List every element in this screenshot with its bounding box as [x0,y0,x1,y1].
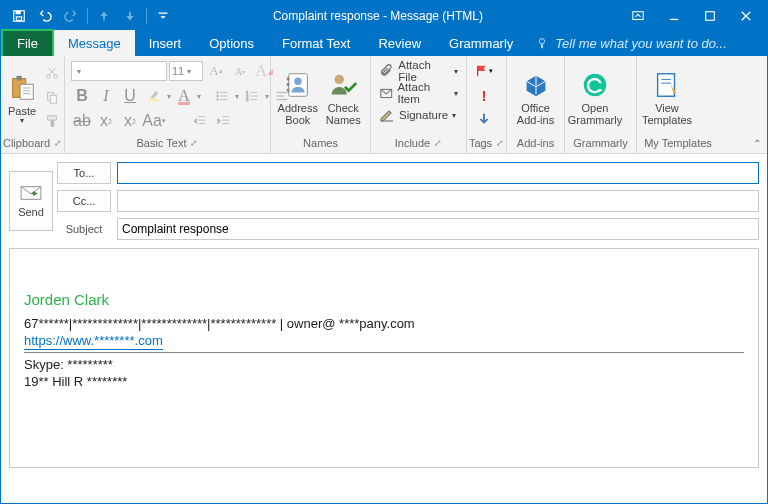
tags-dialog-icon[interactable]: ⤢ [496,138,504,148]
high-importance-icon[interactable]: ! [473,84,495,106]
group-tags: ▾ ! Tags⤢ [467,56,507,153]
svg-rect-1 [16,10,21,14]
decrease-indent-icon[interactable] [189,110,211,132]
svg-line-20 [49,68,55,75]
svg-point-30 [217,99,219,101]
svg-point-26 [217,92,219,94]
check-names-button[interactable]: Check Names [323,60,365,126]
font-name-select[interactable]: ▾ [71,61,167,81]
follow-up-flag-icon[interactable]: ▾ [473,60,495,82]
group-clipboard: Paste ▾ Clipboard⤢ [1,56,65,153]
signature-contact-line: 67******|*************|*************|***… [24,316,744,331]
group-include: Attach File▾ Attach Item▾ Signature▾ Inc… [371,56,467,153]
quick-access-toolbar [1,4,175,28]
minimize-icon[interactable] [657,4,691,28]
svg-rect-22 [50,95,56,103]
open-grammarly-button[interactable]: Open Grammarly [571,60,619,126]
prev-item-icon[interactable] [92,4,116,28]
subject-label: Subject [57,223,111,235]
tell-me-search[interactable]: Tell me what you want to do... [527,30,767,56]
underline-icon[interactable]: U [119,85,141,107]
envelope-header: Send To... Cc... Subject [1,154,767,240]
office-addins-button[interactable]: Office Add-ins [513,60,558,126]
tell-me-placeholder: Tell me what you want to do... [555,36,727,51]
collapse-ribbon-icon[interactable]: ⌃ [753,138,761,149]
svg-point-17 [47,75,51,79]
superscript-icon[interactable]: x2 [119,110,141,132]
svg-rect-24 [51,120,54,126]
case-icon[interactable]: Aa▾ [143,110,165,132]
save-icon[interactable] [7,4,31,28]
subject-field[interactable] [117,218,759,240]
ribbon-tabs: File Message Insert Options Format Text … [1,30,767,56]
message-body[interactable]: Jorden Clark 67******|*************|****… [9,248,759,468]
svg-rect-12 [16,76,22,81]
cut-icon [41,62,63,84]
group-addins: Office Add-ins Add-ins [507,56,565,153]
bullets-icon[interactable] [211,85,233,107]
basictext-dialog-icon[interactable]: ⤢ [190,138,198,148]
subscript-icon[interactable]: x2 [95,110,117,132]
to-field[interactable] [117,162,759,184]
svg-rect-56 [658,74,675,97]
svg-rect-13 [20,84,33,99]
svg-point-48 [294,77,302,85]
signature-skype: Skype: ********* [24,357,744,372]
clipboard-dialog-icon[interactable]: ⤢ [54,138,62,148]
align-left-icon[interactable] [271,85,293,107]
numbering-icon[interactable]: 123 [241,85,263,107]
ribbon: Paste ▾ Clipboard⤢ ▾ 11▾ A▴ A▾ A◢ B I [1,56,767,154]
group-mytemplates: View Templates My Templates [637,56,719,153]
tab-grammarly[interactable]: Grammarly [435,30,527,56]
send-button[interactable]: Send [9,171,53,231]
signature-divider [24,352,744,353]
shrink-font-icon[interactable]: A▾ [229,60,251,82]
group-grammarly: Open Grammarly Grammarly [565,56,637,153]
font-size-select[interactable]: 11▾ [169,61,203,81]
svg-rect-49 [287,77,290,80]
tab-message[interactable]: Message [54,30,135,56]
tab-insert[interactable]: Insert [135,30,196,56]
highlight-icon[interactable] [143,85,165,107]
tab-format-text[interactable]: Format Text [268,30,364,56]
svg-point-52 [335,75,344,84]
italic-icon[interactable]: I [95,85,117,107]
maximize-icon[interactable] [693,4,727,28]
cc-field[interactable] [117,190,759,212]
view-templates-button[interactable]: View Templates [643,60,691,126]
grow-font-icon[interactable]: A▴ [205,60,227,82]
svg-rect-25 [149,99,160,102]
ribbon-display-icon[interactable] [621,4,655,28]
to-button[interactable]: To... [57,162,111,184]
format-painter-icon [41,110,63,132]
svg-rect-4 [633,11,643,19]
group-basic-text: ▾ 11▾ A▴ A▾ A◢ B I U ▾ A ▾ ▾ 123 ▾ [65,56,271,153]
bold-icon[interactable]: B [71,85,93,107]
include-dialog-icon[interactable]: ⤢ [434,138,442,148]
font-color-icon[interactable]: A [173,85,195,107]
attach-item-button[interactable]: Attach Item▾ [377,82,460,104]
low-importance-icon[interactable] [473,108,495,130]
svg-text:3: 3 [246,97,249,102]
undo-icon[interactable] [33,4,57,28]
redo-icon[interactable] [59,4,83,28]
cc-button[interactable]: Cc... [57,190,111,212]
strike-icon[interactable]: ab [71,110,93,132]
svg-rect-2 [16,16,21,20]
svg-point-18 [54,75,58,79]
clear-format-icon[interactable]: A◢ [253,60,275,82]
tab-file[interactable]: File [1,29,54,56]
signature-button[interactable]: Signature▾ [377,104,458,126]
svg-point-9 [540,39,545,44]
tab-options[interactable]: Options [195,30,268,56]
close-icon[interactable] [729,4,763,28]
window-title: Complaint response - Message (HTML) [175,9,621,23]
paste-button[interactable]: Paste ▾ [7,60,37,126]
svg-rect-10 [541,44,543,48]
next-item-icon[interactable] [118,4,142,28]
attach-file-button[interactable]: Attach File▾ [377,60,460,82]
increase-indent-icon[interactable] [213,110,235,132]
signature-website-link[interactable]: https://www.********.com [24,333,163,350]
tab-review[interactable]: Review [364,30,435,56]
qat-customize-icon[interactable] [151,4,175,28]
